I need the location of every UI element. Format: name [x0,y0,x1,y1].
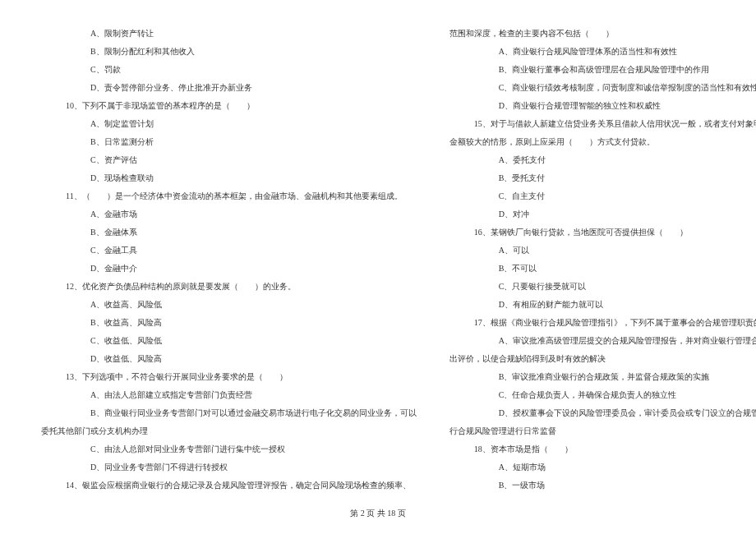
text-line: A、制定监管计划 [90,115,417,133]
text-line: 范围和深度，检查的主要内容不包括（ ） [449,25,756,43]
text-line: D、收益低、风险高 [90,350,417,368]
text-line: D、责令暂停部分业务、停止批准开办新业务 [90,79,417,97]
text-line: D、有相应的财产能力就可以 [499,296,756,314]
text-line: 18、资本市场是指（ ） [474,440,756,458]
text-line: 17、根据《商业银行合规风险管理指引》，下列不属于董事会的合规管理职责的是（ ） [474,314,756,332]
text-line: B、商业银行同业业务专营部门对可以通过金融交易市场进行电子化交易的同业业务，可以 [90,404,417,422]
left-column: A、限制资产转让B、限制分配红利和其他收入C、罚款D、责令暂停部分业务、停止批准… [41,25,417,495]
text-line: B、审议批准商业银行的合规政策，并监督合规政策的实施 [499,368,756,386]
text-line: A、收益高、风险低 [90,296,417,314]
text-line: 16、某钢铁厂向银行贷款，当地医院可否提供担保（ ） [474,223,756,242]
text-line: D、同业业务专营部门不得进行转授权 [90,458,417,476]
text-line: A、由法人总部建立或指定专营部门负责经营 [90,386,417,404]
text-line: D、金融中介 [90,260,417,278]
text-line: 12、优化资产负债品种结构的原则就是要发展（ ）的业务。 [66,278,417,296]
text-line: B、一级市场 [499,476,756,495]
text-line: 金额较大的情形，原则上应采用（ ）方式支付贷款。 [449,133,756,151]
text-line: C、由法人总部对同业业务专营部门进行集中统一授权 [90,440,417,458]
text-line: D、授权董事会下设的风险管理委员会，审计委员会或专门设立的合规管理委员会对商业银 [499,404,756,422]
text-line: 11、（ ）是一个经济体中资金流动的基本框架，由金融市场、金融机构和其他要素组成… [66,187,417,205]
text-line: A、短期市场 [499,458,756,476]
text-line: D、对冲 [499,205,756,223]
text-line: A、委托支付 [499,151,756,169]
text-line: B、受托支付 [499,169,756,187]
text-line: C、金融工具 [90,242,417,260]
text-line: C、任命合规负责人，并确保合规负责人的独立性 [499,386,756,404]
text-line: C、只要银行接受就可以 [499,278,756,296]
text-line: 13、下列选项中，不符合银行开展同业业务要求的是（ ） [66,368,417,386]
text-line: A、金融市场 [90,205,417,223]
text-line: 出评价，以使合规缺陷得到及时有效的解决 [449,350,756,368]
text-line: C、罚款 [90,61,417,79]
text-line: B、商业银行董事会和高级管理层在合规风险管理中的作用 [499,61,756,79]
text-line: D、现场检查联动 [90,169,417,187]
page-content: A、限制资产转让B、限制分配红利和其他收入C、罚款D、责令暂停部分业务、停止批准… [0,0,756,495]
text-line: 15、对于与借款人新建立信贷业务关系且借款人信用状况一般，或者支付对象明确且单笔… [474,115,756,133]
text-line: C、商业银行绩效考核制度，问责制度和诚信举报制度的适当性和有效性 [499,79,756,97]
right-column: 范围和深度，检查的主要内容不包括（ ）A、商业银行合规风险管理体系的适当性和有效… [449,25,756,495]
text-line: 行合规风险管理进行日常监督 [449,422,756,440]
text-line: 10、下列不属于非现场监管的基本程序的是（ ） [66,97,417,115]
text-line: D、商业银行合规管理智能的独立性和权威性 [499,97,756,115]
text-line: B、不可以 [499,260,756,278]
text-line: A、可以 [499,242,756,260]
text-line: A、限制资产转让 [90,25,417,43]
text-line: 委托其他部门或分支机构办理 [41,422,417,440]
page-footer: 第 2 页 共 18 页 [0,508,756,519]
text-line: A、审议批准高级管理层提交的合规风险管理报告，并对商业银行管理合规风险的有效性作 [499,332,756,350]
text-line: C、自主支付 [499,187,756,205]
text-line: A、商业银行合规风险管理体系的适当性和有效性 [499,43,756,61]
text-line: B、日常监测分析 [90,133,417,151]
text-line: C、资产评估 [90,151,417,169]
text-line: B、金融体系 [90,223,417,242]
text-line: B、收益高、风险高 [90,314,417,332]
text-line: C、收益低、风险低 [90,332,417,350]
text-line: 14、银监会应根据商业银行的合规记录及合规风险管理评报告，确定合同风险现场检查的… [66,476,417,495]
text-line: B、限制分配红利和其他收入 [90,43,417,61]
